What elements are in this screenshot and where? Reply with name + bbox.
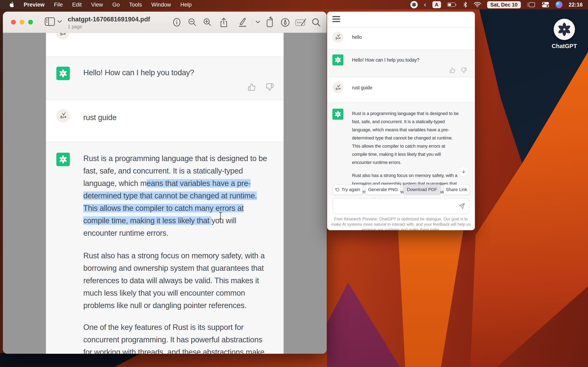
generate-png-button[interactable]: Generate PNG [365, 184, 401, 195]
user-avatar [56, 109, 70, 123]
menu-item-view[interactable]: View [87, 0, 107, 9]
zoom-button[interactable] [28, 20, 33, 25]
desktop-icon-chatgpt[interactable]: ChatGPT [544, 19, 585, 50]
input-source-indicator[interactable]: A [432, 1, 441, 8]
chat-message-user-hello: hello [327, 27, 475, 50]
sidebar-toggle[interactable] [45, 17, 62, 26]
pdf-message-assistant-rust: Rust is a programming language that is d… [46, 142, 284, 354]
download-pdf-button[interactable]: Download PDF [403, 184, 441, 195]
battery-icon[interactable] [447, 2, 457, 7]
send-icon[interactable] [459, 203, 465, 209]
preview-titlebar[interactable]: chatgpt-1670681691904.pdf 1 page [3, 12, 327, 33]
thumbs-up-icon[interactable] [248, 83, 256, 91]
selected-text: determined type that cannot be changed a… [83, 192, 257, 200]
close-button[interactable] [11, 20, 16, 25]
control-center-icon[interactable] [542, 2, 549, 8]
menu-item-app-name[interactable]: Preview [20, 0, 49, 9]
thumbs-down-icon[interactable] [266, 83, 274, 91]
menu-item-window[interactable]: Window [147, 0, 175, 9]
paragraph-line: Rust is a programming language that is d… [83, 154, 267, 163]
chatgpt-avatar [56, 153, 70, 166]
chatgpt-menubar-icon[interactable] [410, 1, 418, 8]
preview-content-area[interactable]: Hello! How can I help you today? rust gu… [3, 33, 327, 354]
highlighter-icon[interactable] [237, 17, 248, 27]
pdf-message-user-prompt: rust guide [46, 100, 284, 142]
zoom-in-icon[interactable] [203, 18, 212, 27]
share-link-button[interactable]: Share Link [443, 184, 470, 195]
chevron-left-icon[interactable]: ‹ [424, 1, 426, 8]
menu-item-edit[interactable]: Edit [68, 0, 86, 9]
paragraph-rust-intro: Rust is a programming language that is d… [352, 109, 472, 167]
user-avatar [332, 82, 343, 93]
paragraph-line: encounter runtime errors. [83, 229, 168, 237]
pdf-message-assistant-greeting: Hello! How can I help you today? [46, 57, 284, 100]
paragraph-line: language, which m [83, 179, 147, 188]
date-indicator[interactable]: Sat, Dec 10 [487, 1, 521, 8]
pdf-message-user-partial [46, 33, 284, 57]
page-count: 1 page [68, 24, 150, 30]
chatgpt-avatar [56, 67, 70, 80]
menu-bar: Preview File Edit View Go Tools Window H… [0, 0, 588, 9]
assistant-rust-text: Rust is a programming language that is d… [83, 152, 283, 354]
refresh-icon [336, 188, 339, 192]
document-title: chatgpt-1670681691904.pdf [68, 16, 150, 23]
fill-sign-icon[interactable] [295, 18, 307, 27]
clock: 22:16 [569, 2, 583, 8]
user-message-text: rust guide [352, 85, 372, 91]
try-again-button[interactable]: Try again [333, 184, 363, 195]
search-icon[interactable] [311, 18, 321, 27]
footer-disclaimer: Free Research Preview: ChatGPT is optimi… [327, 216, 475, 230]
minimize-button[interactable] [20, 20, 24, 25]
toolbar-divider [252, 18, 252, 26]
text-cursor [218, 211, 223, 220]
paragraph-line: you will [212, 216, 236, 225]
window-controls [11, 20, 33, 25]
rotate-icon[interactable] [265, 17, 275, 27]
thumbs-up-icon[interactable] [450, 67, 455, 73]
assistant-message-text: Hello! How can I help you today? [83, 68, 194, 77]
sidebar-icon [45, 17, 55, 26]
thumbs-down-icon[interactable] [461, 67, 467, 73]
chatgpt-app-icon [554, 19, 575, 40]
siri-icon[interactable] [555, 1, 562, 8]
menu-bar-status: ‹ A Sat, Dec 10 22:16 [410, 1, 588, 8]
markup-pen-icon[interactable] [281, 18, 290, 27]
assistant-message-text: Hello! How can I help you today? [352, 57, 419, 63]
menu-item-help[interactable]: Help [176, 0, 196, 9]
apple-menu[interactable] [5, 0, 18, 9]
info-icon[interactable] [172, 18, 181, 27]
menu-item-go[interactable]: Go [108, 0, 124, 9]
zoom-out-icon[interactable] [188, 18, 197, 27]
paragraph-line: fast, safe, and concurrent. It is a stat… [83, 167, 243, 175]
chat-input[interactable] [337, 201, 455, 211]
chat-topbar [327, 12, 475, 27]
hamburger-menu-icon[interactable] [332, 16, 341, 24]
apple-logo-icon [9, 2, 14, 8]
preview-window: chatgpt-1670681691904.pdf 1 page [3, 12, 327, 354]
chevron-down-icon[interactable] [256, 21, 260, 24]
share-icon[interactable] [219, 18, 228, 27]
menu-item-tools[interactable]: Tools [125, 0, 146, 9]
user-avatar [56, 33, 69, 39]
chatgpt-avatar [332, 54, 343, 66]
desktop-icon-label: ChatGPT [544, 43, 585, 50]
user-message-text: hello [352, 34, 362, 40]
action-buttons-bar: Try again Generate PNG Download PDF Shar… [327, 184, 475, 195]
chat-input-box[interactable] [333, 198, 469, 214]
menu-bar-left: Preview File Edit View Go Tools Window H… [0, 0, 196, 9]
chevron-down-icon [57, 20, 62, 23]
pdf-page[interactable]: Hello! How can I help you today? rust gu… [46, 33, 284, 354]
screen-mirroring-icon[interactable] [527, 2, 536, 8]
scroll-down-button[interactable] [458, 166, 469, 177]
chat-message-assistant-greeting: Hello! How can I help you today? [327, 50, 475, 77]
chat-message-user-prompt: rust guide [327, 77, 475, 103]
user-message-text: rust guide [83, 113, 117, 122]
chatgpt-avatar [332, 109, 343, 120]
selected-text: eans that variables have a pre- [147, 179, 251, 188]
user-avatar [332, 32, 343, 43]
paragraph-concurrency: One of the key features of Rust is its s… [83, 321, 283, 354]
menu-item-file[interactable]: File [50, 0, 67, 9]
bluetooth-icon[interactable] [463, 2, 467, 8]
paragraph-memory-safety: Rust also has a strong focus on memory s… [83, 250, 283, 312]
wifi-icon[interactable] [474, 2, 481, 7]
